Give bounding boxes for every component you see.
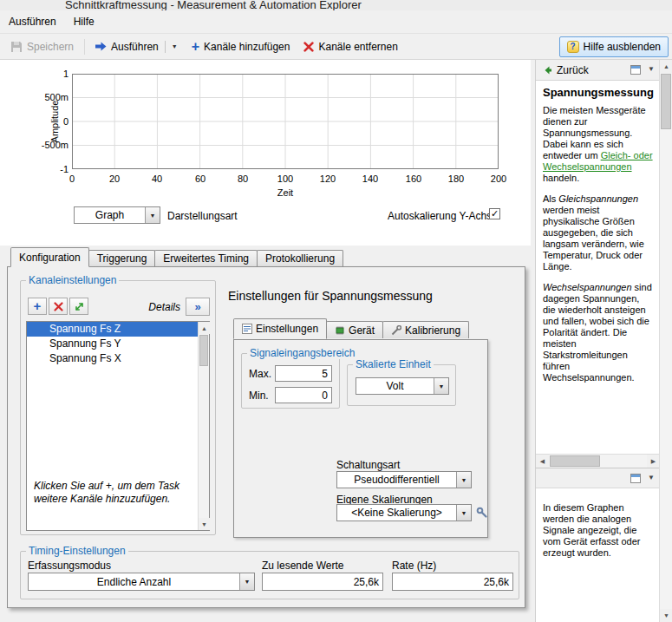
window-scrollbar[interactable]: ▲ ▼ (659, 60, 672, 622)
help-title: Spannungsmessung (543, 87, 653, 98)
swap-arrows-icon (74, 301, 85, 312)
autoscale-label: Autoskalierung Y-Achse (388, 210, 498, 222)
unit-combobox[interactable]: Volt ▼ (356, 377, 449, 395)
terminal-config-combobox[interactable]: Pseudodifferentiell ▼ (336, 471, 472, 488)
help-panel: Zurück ▼ Spannungsmessung Die meisten Me… (535, 60, 659, 622)
help-horizontal-scrollbar[interactable]: ◀ ▶ (536, 454, 660, 468)
combo-dropdown-button[interactable]: ▼ (239, 573, 254, 590)
rate-value: 25,6k (484, 576, 509, 588)
float-panel-icon[interactable] (630, 474, 641, 483)
autoscale-checkbox[interactable]: ✓ (489, 208, 500, 219)
combo-dropdown-button[interactable]: ▼ (434, 378, 448, 394)
scrollbar-thumb[interactable] (550, 455, 600, 467)
run-split (165, 41, 166, 53)
scroll-left-icon[interactable]: ◀ (536, 455, 549, 468)
plus-icon: + (192, 41, 199, 53)
terminal-config-value: Pseudodifferentiell (337, 472, 456, 488)
scroll-up-icon[interactable]: ▲ (199, 322, 210, 334)
signal-range-group-label: Signaleingangsbereich (247, 347, 357, 359)
chevron-down-icon[interactable]: ▼ (648, 474, 655, 481)
tab-kalibrierung[interactable]: Kalibrierung (382, 321, 469, 338)
edit-scaling-button[interactable] (474, 504, 489, 521)
device-tab-icon (335, 325, 345, 336)
combo-dropdown-button[interactable]: ▼ (145, 207, 160, 223)
scroll-down-icon[interactable]: ▼ (660, 609, 672, 622)
tab-label: Gerät (349, 324, 375, 337)
tab-label: Protokollierung (265, 252, 335, 265)
run-arrow-icon (95, 41, 107, 52)
display-type-combobox[interactable]: Graph ▼ (74, 206, 160, 224)
add-channel-button[interactable]: + (28, 298, 47, 315)
config-tabrow: Konfiguration Triggerung Erweitertes Tim… (10, 247, 343, 267)
konfiguration-page: Kanaleinstellungen + Details » Spannung … (7, 266, 525, 608)
help-graph-note: In diesem Graphen werden die analogen Si… (536, 488, 660, 622)
help-toolbar: Zurück ▼ (536, 60, 660, 81)
graph-grid (72, 74, 499, 169)
hide-help-label: Hilfe ausblenden (584, 41, 661, 53)
x-tick-label: 200 (486, 174, 512, 184)
menu-hilfe[interactable]: Hilfe (65, 12, 103, 31)
list-scrollbar[interactable]: ▲ ▼ (198, 322, 209, 530)
help-text: Als (543, 193, 558, 204)
tab-einstellungen[interactable]: Einstellungen (233, 318, 327, 339)
scroll-right-icon[interactable]: ▶ (647, 455, 660, 468)
run-dropdown-icon[interactable]: ▼ (172, 43, 178, 49)
max-field[interactable]: 5 (275, 365, 332, 382)
tab-geraet[interactable]: Gerät (326, 321, 383, 338)
combo-dropdown-button[interactable]: ▼ (456, 505, 471, 521)
back-label: Zurück (557, 64, 589, 76)
channel-list-item[interactable]: Spannung Fs X (27, 351, 198, 366)
tab-label: Triggerung (97, 252, 147, 265)
tab-triggerung[interactable]: Triggerung (88, 250, 156, 266)
help-content: Spannungsmessung Die meisten Messgeräte … (536, 82, 660, 454)
help-text: handeln. (543, 173, 579, 183)
change-physical-channel-button[interactable] (69, 298, 88, 315)
help-paragraph: Wechselspannungen sind dagegen Spannunge… (543, 282, 653, 383)
titlebar: Schnittkraftmessung - Measurement & Auto… (0, 0, 672, 10)
wrench-icon (476, 507, 488, 519)
help-text: werden meist physikalische Größen ausgeg… (543, 205, 644, 272)
chevron-down-icon[interactable]: ▼ (648, 65, 655, 73)
help-text: sind dagegen Spannungen, die wiederholt … (543, 282, 652, 383)
menu-ausfuehren[interactable]: Ausführen (0, 12, 65, 31)
remove-channels-button[interactable]: Kanäle entfernen (297, 36, 404, 57)
channel-listbox[interactable]: Spannung Fs Z Spannung Fs Y Spannung Fs … (26, 321, 210, 531)
rate-field[interactable]: 25,6k (392, 573, 513, 591)
scroll-up-icon[interactable]: ▲ (660, 60, 672, 73)
float-panel-icon[interactable] (630, 65, 641, 75)
tab-label: Erweitertes Timing (163, 252, 249, 265)
custom-scaling-combobox[interactable]: <Keine Skalierung> ▼ (336, 504, 472, 521)
toolbar: Speichern Ausführen ▼ + Kanäle hinzufüge… (0, 34, 672, 60)
run-button[interactable]: Ausführen ▼ (88, 36, 185, 57)
x-axis-title: Zeit (259, 187, 311, 198)
chevron-down-icon: ▼ (461, 477, 467, 483)
scrollbar-thumb[interactable] (199, 335, 208, 366)
save-button[interactable]: Speichern (3, 36, 81, 57)
delete-channel-button[interactable] (49, 298, 68, 315)
y-tick-label: 500m (29, 92, 69, 102)
graph-plot[interactable] (72, 74, 499, 169)
channel-list-item[interactable]: Spannung Fs Y (27, 337, 198, 351)
double-chevron-right-icon: » (194, 301, 200, 312)
samples-to-read-field[interactable]: 25,6k (262, 573, 383, 591)
tab-konfiguration[interactable]: Konfiguration (10, 247, 89, 267)
details-expand-button[interactable]: » (186, 298, 210, 316)
min-field[interactable]: 0 (275, 387, 332, 403)
tab-erweitertes-timing[interactable]: Erweitertes Timing (154, 250, 258, 266)
help-back-button[interactable]: Zurück (538, 62, 593, 78)
question-glyph: ? (571, 42, 576, 51)
combo-dropdown-button[interactable]: ▼ (456, 472, 471, 488)
channel-list-item[interactable]: Spannung Fs Z (27, 322, 198, 337)
scaled-unit-group: Skalierte Einheit Volt ▼ (347, 364, 456, 406)
add-channels-button[interactable]: + Kanäle hinzufügen (185, 36, 297, 57)
scrollbar-thumb[interactable] (661, 74, 671, 129)
scaled-unit-group-label: Skalierte Einheit (353, 358, 434, 370)
tab-protokollierung[interactable]: Protokollierung (257, 250, 343, 266)
x-tick-label: 40 (144, 174, 170, 184)
scroll-down-icon[interactable]: ▼ (199, 518, 210, 530)
help-text-italic: Gleichspannungen (558, 193, 638, 204)
hide-help-button[interactable]: ? Hilfe ausblenden (559, 36, 669, 57)
y-tick-label: -500m (29, 140, 69, 150)
channel-settings-group-label: Kanaleinstellungen (26, 274, 119, 286)
acquisition-mode-combobox[interactable]: Endliche Anzahl ▼ (28, 573, 255, 591)
